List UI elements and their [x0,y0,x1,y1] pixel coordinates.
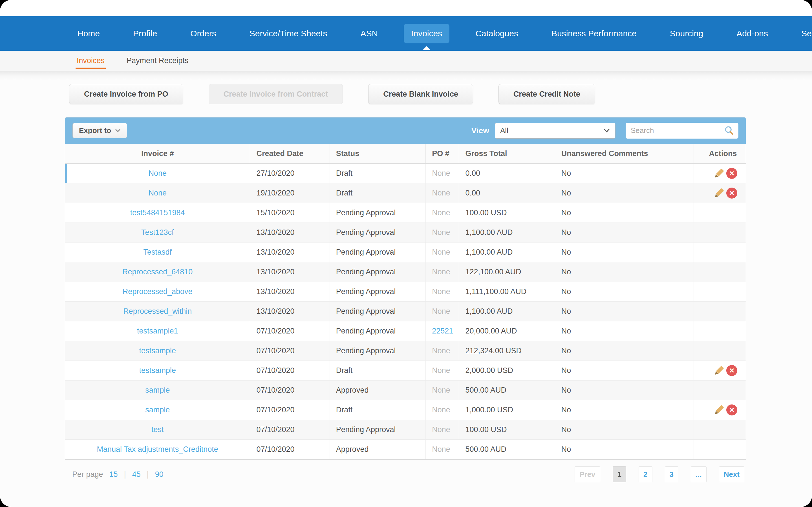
unanswered-comments-cell: No [555,381,694,400]
unanswered-comments-cell: No [555,183,694,203]
created-date-cell: 13/10/2020 [250,223,329,242]
subtab-invoices[interactable]: Invoices [77,51,105,71]
po-none-text: None [432,228,450,237]
export-to-button[interactable]: Export to [72,123,127,138]
invoice-number-cell: Manual Tax adjustments_Creditnote [65,440,250,459]
create-invoice-from-po-button[interactable]: Create Invoice from PO [69,84,183,104]
column-header-po[interactable]: PO # [425,144,459,163]
subtab-bar: InvoicesPayment Receipts [0,51,812,71]
column-header-status[interactable]: Status [329,144,425,163]
page-button-3[interactable]: 3 [665,466,678,482]
invoice-link[interactable]: Reprocessed_64810 [122,268,193,276]
status-cell: Pending Approval [329,242,425,262]
prev-page-button: Prev [574,466,600,482]
invoice-link[interactable]: sample [145,386,170,395]
nav-item-add-ons[interactable]: Add-ons [729,24,775,43]
invoice-link[interactable]: testsample [139,366,176,375]
column-header-created-date[interactable]: Created Date [250,144,329,163]
actions-cell [694,440,746,459]
invoice-link[interactable]: Test123cf [141,228,174,237]
search-icon[interactable] [724,125,734,136]
invoice-number-cell: sample [65,381,250,400]
column-header-unanswered-comments[interactable]: Unanswered Comments [555,144,694,163]
per-page-separator: | [147,470,149,479]
pencil-icon[interactable] [714,365,724,376]
actions-cell [694,381,746,400]
page-button-2[interactable]: 2 [639,466,652,482]
per-page-option-15[interactable]: 15 [109,470,118,479]
invoice-link[interactable]: sample [145,406,170,414]
table-row: None19/10/2020DraftNone0.00No✕ [65,183,746,203]
invoice-number-cell: Reprocessed_above [65,282,250,301]
invoice-link[interactable]: Testasdf [143,248,172,257]
nav-item-profile[interactable]: Profile [126,24,164,43]
subtab-payment-receipts[interactable]: Payment Receipts [126,51,188,71]
created-date-cell: 15/10/2020 [250,203,329,223]
po-number-cell: None [425,381,459,400]
view-select[interactable]: All [495,123,615,138]
nav-item-home[interactable]: Home [70,24,107,43]
status-cell: Pending Approval [329,321,425,341]
table-row: sample07/10/2020ApprovedNone500.00 AUDNo [65,381,746,400]
column-header-invoice[interactable]: Invoice # [65,144,250,163]
invoice-link[interactable]: Reprocessed_above [123,287,193,296]
per-page-option-45[interactable]: 45 [132,470,141,479]
red-x-icon[interactable]: ✕ [726,168,737,179]
column-header-actions[interactable]: Actions [694,144,746,163]
status-cell: Approved [329,440,425,459]
table-row: Reprocessed_6481013/10/2020Pending Appro… [65,262,746,282]
page-button-[interactable]: ... [691,466,707,482]
app-window: HomeProfileOrdersService/Time SheetsASNI… [0,0,812,507]
create-blank-invoice-button[interactable]: Create Blank Invoice [368,84,473,104]
page-button-1[interactable]: 1 [613,466,626,482]
invoice-link[interactable]: None [148,189,167,198]
table-toolbar: Export to View All [65,117,746,144]
red-x-icon[interactable]: ✕ [726,365,737,376]
nav-item-catalogues[interactable]: Catalogues [468,24,525,43]
created-date-cell: 13/10/2020 [250,242,329,262]
invoice-link[interactable]: Manual Tax adjustments_Creditnote [97,445,218,454]
invoice-number-cell: test5484151984 [65,203,250,223]
created-date-cell: 19/10/2020 [250,183,329,203]
created-date-cell: 07/10/2020 [250,341,329,360]
nav-item-invoices[interactable]: Invoices [404,24,449,43]
red-x-icon[interactable]: ✕ [726,404,737,415]
pencil-icon[interactable] [714,405,724,415]
created-date-cell: 13/10/2020 [250,302,329,321]
po-link[interactable]: 22521 [432,327,453,335]
column-header-gross-total[interactable]: Gross Total [459,144,555,163]
create-credit-note-button[interactable]: Create Credit Note [499,84,595,104]
invoice-number-cell: test [65,420,250,439]
red-x-icon[interactable]: ✕ [726,187,737,199]
nav-item-sourcing[interactable]: Sourcing [663,24,711,43]
pencil-icon[interactable] [714,188,724,198]
gross-total-cell: 1,000.00 USD [459,400,555,420]
table-row: None27/10/2020DraftNone0.00No✕ [65,164,746,183]
gross-total-cell: 100.00 USD [459,203,555,223]
po-none-text: None [432,346,450,355]
nav-item-orders[interactable]: Orders [183,24,223,43]
invoice-link[interactable]: test [151,425,164,434]
search-input[interactable] [631,126,724,135]
nav-item-business-performance[interactable]: Business Performance [544,24,644,43]
po-none-text: None [432,425,450,434]
invoice-link[interactable]: testsample [139,346,176,355]
invoice-link[interactable]: testsample1 [137,327,178,335]
po-none-text: None [432,366,450,375]
nav-item-setup[interactable]: Setup [794,24,812,43]
nav-item-service-time-sheets[interactable]: Service/Time Sheets [242,24,335,43]
po-none-text: None [432,406,450,414]
table-footer: Per page 15|45|90 Prev123...Next [65,466,746,482]
status-cell: Pending Approval [329,203,425,223]
created-date-cell: 07/10/2020 [250,400,329,420]
pencil-icon[interactable] [714,168,724,179]
invoice-link[interactable]: Reprocessed_within [123,307,192,316]
gross-total-cell: 500.00 AUD [459,440,555,459]
invoice-link[interactable]: test5484151984 [130,209,185,217]
nav-item-asn[interactable]: ASN [353,24,385,43]
unanswered-comments-cell: No [555,361,694,380]
actions-cell [694,203,746,223]
next-page-button[interactable]: Next [719,466,744,482]
per-page-option-90[interactable]: 90 [155,470,163,479]
invoice-link[interactable]: None [148,169,167,178]
